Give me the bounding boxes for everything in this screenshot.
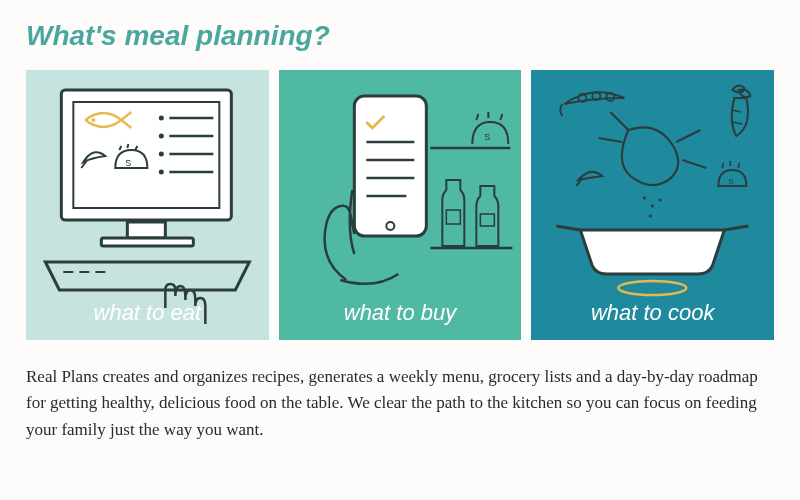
svg-line-44 [557,226,581,230]
card-what-to-cook: S what to cook [531,70,774,340]
svg-point-12 [159,170,164,175]
svg-line-34 [733,110,741,112]
svg-rect-2 [127,222,165,238]
svg-rect-24 [480,214,494,226]
svg-point-41 [651,204,654,207]
svg-line-37 [723,163,724,168]
svg-text:S: S [125,158,131,168]
svg-line-39 [739,163,740,168]
card-row: S what to eat S [26,70,774,340]
svg-line-20 [476,114,478,120]
svg-line-35 [733,122,743,124]
svg-point-4 [91,118,95,122]
svg-point-8 [159,134,164,139]
svg-rect-23 [446,210,460,224]
svg-line-45 [725,226,749,230]
card-what-to-eat: S what to eat [26,70,269,340]
svg-point-46 [619,281,687,295]
svg-point-42 [659,198,662,201]
card-what-to-buy: S what to buy [279,70,522,340]
svg-point-40 [643,196,646,199]
svg-text:S: S [729,177,734,186]
svg-point-10 [159,152,164,157]
svg-text:S: S [484,132,490,142]
svg-rect-3 [101,238,193,246]
card-label-eat: what to eat [94,300,202,326]
section-description: Real Plans creates and organizes recipes… [26,364,774,443]
svg-point-6 [159,116,164,121]
card-label-buy: what to buy [344,300,457,326]
svg-line-22 [500,114,502,120]
svg-rect-25 [354,96,426,236]
section-heading: What's meal planning? [26,20,774,52]
svg-point-43 [649,214,652,217]
card-label-cook: what to cook [591,300,715,326]
